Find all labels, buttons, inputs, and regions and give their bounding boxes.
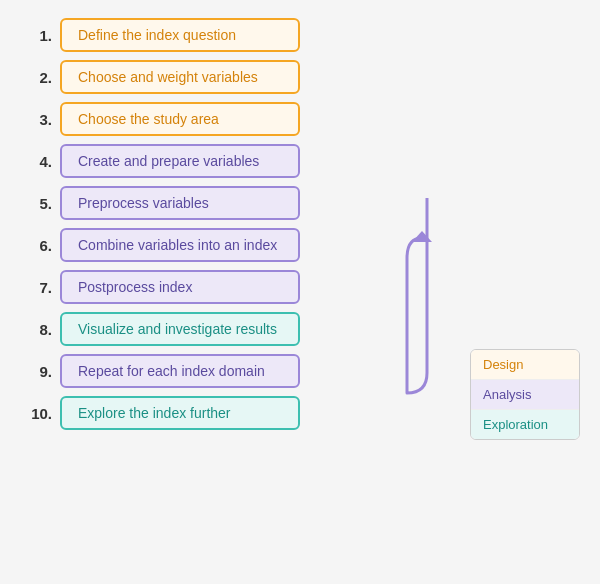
loop-arrow <box>402 198 442 398</box>
step-label-5: Preprocess variables <box>60 186 300 220</box>
legend-analysis: Analysis <box>471 380 579 410</box>
step-row: 1.Define the index question <box>20 18 580 52</box>
step-row: 6.Combine variables into an index <box>20 228 580 262</box>
step-label-7: Postprocess index <box>60 270 300 304</box>
step-label-2: Choose and weight variables <box>60 60 300 94</box>
step-number: 4. <box>20 153 52 170</box>
legend-box: Design Analysis Exploration <box>470 349 580 440</box>
step-number: 1. <box>20 27 52 44</box>
step-row: 7.Postprocess index <box>20 270 580 304</box>
step-label-4: Create and prepare variables <box>60 144 300 178</box>
step-number: 6. <box>20 237 52 254</box>
main-container: 1.Define the index question2.Choose and … <box>0 0 600 456</box>
step-number: 9. <box>20 363 52 380</box>
step-label-8: Visualize and investigate results <box>60 312 300 346</box>
step-number: 8. <box>20 321 52 338</box>
legend-design: Design <box>471 350 579 380</box>
step-label-10: Explore the index further <box>60 396 300 430</box>
legend-exploration: Exploration <box>471 410 579 439</box>
step-label-9: Repeat for each index domain <box>60 354 300 388</box>
step-label-3: Choose the study area <box>60 102 300 136</box>
step-number: 7. <box>20 279 52 296</box>
step-row: 3.Choose the study area <box>20 102 580 136</box>
step-row: 2.Choose and weight variables <box>20 60 580 94</box>
step-row: 5.Preprocess variables <box>20 186 580 220</box>
step-label-1: Define the index question <box>60 18 300 52</box>
step-number: 3. <box>20 111 52 128</box>
step-number: 5. <box>20 195 52 212</box>
step-number: 10. <box>20 405 52 422</box>
step-row: 4.Create and prepare variables <box>20 144 580 178</box>
step-label-6: Combine variables into an index <box>60 228 300 262</box>
step-number: 2. <box>20 69 52 86</box>
step-row: 8.Visualize and investigate results <box>20 312 580 346</box>
svg-marker-0 <box>412 231 432 242</box>
